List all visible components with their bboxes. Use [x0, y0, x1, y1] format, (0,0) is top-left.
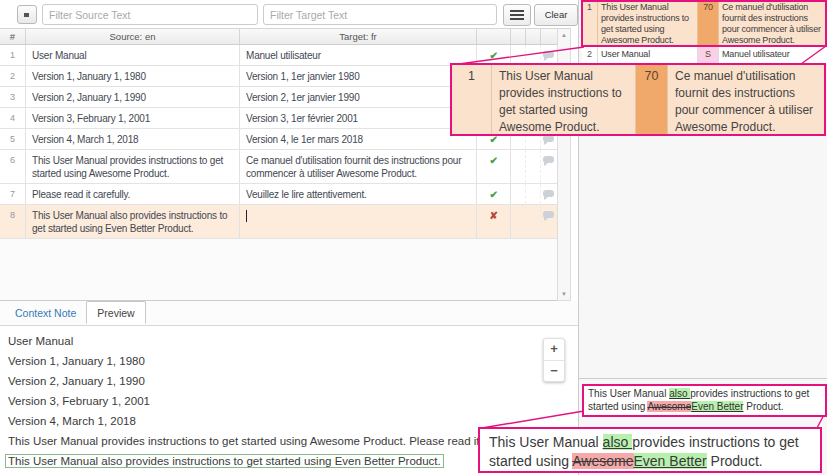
header-source: Source: en — [26, 29, 240, 44]
tab-context-note[interactable]: Context Note — [5, 302, 86, 323]
spacer-cell — [526, 150, 541, 183]
spacer-cell — [511, 150, 526, 183]
segment-number: 3 — [0, 87, 26, 107]
comment-bubble-icon[interactable] — [543, 211, 554, 218]
filter-options-button[interactable] — [17, 5, 37, 24]
callout-match-score: 70 — [636, 65, 668, 134]
segment-target-cell[interactable]: Veuillez le lire attentivement. — [240, 184, 477, 204]
match-score: S — [698, 47, 719, 64]
segment-source-cell[interactable]: Version 4, March 1, 2018 — [26, 129, 240, 149]
preview-line: Version 3, February 1, 2001 — [8, 395, 570, 407]
segment-source-cell[interactable]: Version 2, January 1, 1990 — [26, 87, 240, 107]
filter-bar: Clear Filter — [0, 0, 578, 28]
match-number: 1 — [582, 0, 598, 46]
tab-preview[interactable]: Preview — [86, 301, 145, 324]
diff-plain-text: Product. — [707, 453, 763, 469]
diff-plain-text: Product. — [743, 401, 783, 412]
zoom-out-button[interactable]: − — [544, 361, 564, 382]
callout-match-number: 1 — [452, 65, 492, 134]
preview-line: Version 1, January 1, 1980 — [8, 355, 570, 367]
segment-number: 7 — [0, 184, 26, 204]
spacer-cell — [526, 45, 541, 65]
spacer-cell — [526, 184, 541, 204]
segment-target-cell[interactable]: Version 4, le 1er mars 2018 — [240, 129, 477, 149]
segment-row[interactable]: 7Please read it carefully.Veuillez le li… — [0, 184, 557, 205]
preview-line: Version 2, January 1, 1990 — [8, 375, 570, 387]
header-extra1 — [511, 29, 526, 44]
scroll-up-icon[interactable]: ▲ — [558, 32, 570, 38]
segment-source-cell[interactable]: This User Manual provides instructions t… — [26, 150, 240, 183]
segment-row[interactable]: 6This User Manual provides instructions … — [0, 150, 557, 184]
diff-added-text: also — [669, 388, 690, 399]
zoom-in-button[interactable]: + — [544, 339, 564, 361]
match-source: User Manual — [598, 47, 698, 64]
tm-panel-divider — [578, 378, 827, 379]
segment-source-cell[interactable]: This User Manual also provides instructi… — [26, 205, 240, 238]
segment-target-cell[interactable]: Manuel utilisateur — [240, 45, 477, 65]
clear-filter-button[interactable]: Clear Filter — [534, 4, 578, 26]
translation-editor-app: Clear Filter # Source: en Target: fr 1Us… — [0, 0, 827, 475]
segment-number: 5 — [0, 129, 26, 149]
diff-plain-text: This User Manual — [588, 388, 669, 399]
segment-source-cell[interactable]: Version 1, January 1, 1980 — [26, 66, 240, 86]
match-number: 2 — [582, 47, 598, 64]
tm-match-table: 1This User Manual provides instructions … — [582, 0, 827, 65]
tm-match-row[interactable]: 1This User Manual provides instructions … — [582, 0, 827, 47]
header-status — [477, 29, 511, 44]
diff-added-text: also — [603, 434, 633, 450]
scroll-down-icon[interactable]: ▼ — [558, 291, 570, 297]
dot-icon — [24, 13, 29, 17]
active-segment-highlight: This User Manual also provides instructi… — [5, 454, 444, 468]
segment-target-cell[interactable]: Version 3, 1er février 2001 — [240, 108, 477, 128]
preview-line: User Manual — [8, 335, 570, 347]
segment-target-cell[interactable]: Ce manuel d'utilisation fournit des inst… — [240, 150, 477, 183]
confirmed-status-icon[interactable]: ✔ — [477, 45, 511, 65]
segment-target-cell[interactable]: Version 1, 1er janvier 1980 — [240, 66, 477, 86]
segment-table-header: # Source: en Target: fr — [0, 28, 557, 45]
segment-source-cell[interactable]: Version 3, February 1, 2001 — [26, 108, 240, 128]
segment-target-cell[interactable]: Version 2, 1er janvier 1990 — [240, 87, 477, 107]
filter-menu-button[interactable] — [503, 4, 531, 26]
comment-cell[interactable] — [541, 45, 557, 65]
match-source: This User Manual provides instructions t… — [598, 0, 698, 46]
segment-number: 1 — [0, 45, 26, 65]
segment-number: 2 — [0, 66, 26, 86]
comment-bubble-icon[interactable] — [543, 51, 554, 58]
filter-target-input[interactable] — [263, 4, 497, 25]
segment-target-cell[interactable] — [240, 205, 477, 238]
comment-cell[interactable] — [541, 184, 557, 204]
confirmed-status-icon[interactable]: ✔ — [477, 184, 511, 204]
segment-row[interactable]: 8This User Manual also provides instruct… — [0, 205, 557, 239]
diff-added-text: Even Better — [691, 401, 743, 412]
header-comment — [541, 29, 557, 44]
match-target: Manuel utilisateur — [719, 47, 827, 64]
tm-diff-text: This User Manual also provides instructi… — [582, 384, 827, 417]
rejected-status-icon[interactable]: ✘ — [477, 205, 511, 238]
spacer-cell — [526, 205, 541, 238]
diff-plain-text: This User Manual — [489, 434, 603, 450]
segment-number: 8 — [0, 205, 26, 238]
segment-source-cell[interactable]: Please read it carefully. — [26, 184, 240, 204]
comment-cell[interactable] — [541, 205, 557, 238]
spacer-cell — [511, 45, 526, 65]
callout-match-source: This User Manual provides instructions t… — [492, 65, 636, 134]
comment-bubble-icon[interactable] — [543, 135, 554, 142]
comment-bubble-icon[interactable] — [543, 190, 554, 197]
text-cursor — [246, 210, 247, 222]
segment-number: 6 — [0, 150, 26, 183]
segment-source-cell[interactable]: User Manual — [26, 45, 240, 65]
filter-source-input[interactable] — [42, 4, 258, 25]
spacer-cell — [511, 205, 526, 238]
diff-removed-text: Awesome — [572, 453, 633, 469]
bottom-tab-bar: Context NotePreview — [0, 301, 578, 326]
comment-cell[interactable] — [541, 150, 557, 183]
header-number: # — [0, 29, 26, 44]
confirmed-status-icon[interactable]: ✔ — [477, 150, 511, 183]
match-target: Ce manuel d'utilisation fournit des inst… — [719, 0, 827, 46]
header-extra2 — [526, 29, 541, 44]
annotation-callout-diff: This User Manual also provides instructi… — [478, 427, 822, 473]
diff-removed-text: Awesome — [647, 401, 691, 412]
preview-line: Version 4, March 1, 2018 — [8, 415, 570, 427]
header-target: Target: fr — [240, 29, 477, 44]
comment-bubble-icon[interactable] — [543, 156, 554, 163]
